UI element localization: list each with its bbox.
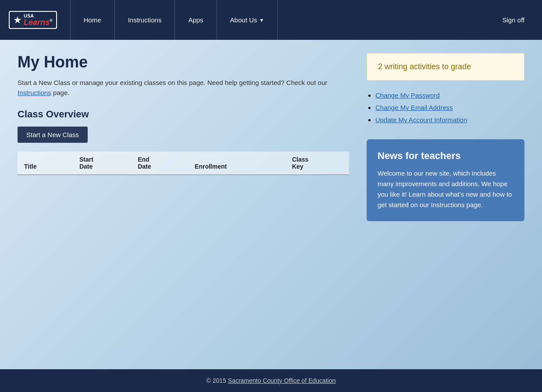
nav-item-instructions[interactable]: Instructions — [115, 0, 175, 40]
star-icon: ★ — [13, 14, 22, 26]
grading-box: 2 writing activities to grade — [367, 53, 524, 81]
grading-text: 2 writing activities to grade — [378, 62, 471, 71]
news-title: News for teachers — [378, 150, 513, 162]
navbar: ★ USA Learns® Home Instructions Apps Abo… — [0, 0, 542, 40]
class-table: Title StartDate EndDate Enrollment Class… — [18, 152, 349, 175]
change-password-link[interactable]: Change My Password — [375, 92, 440, 99]
chevron-down-icon: ▼ — [259, 18, 264, 23]
nav-item-home[interactable]: Home — [70, 0, 115, 40]
update-account-link[interactable]: Update My Account Information — [375, 116, 467, 124]
right-column: 2 writing activities to grade Change My … — [367, 53, 524, 356]
col-enrollment: Enrollment — [188, 152, 285, 175]
logo-learns: Learns® — [24, 18, 53, 26]
nav-links: Home Instructions Apps About Us ▼ — [70, 0, 494, 40]
col-start-date: StartDate — [73, 152, 131, 175]
start-new-class-button[interactable]: Start a New Class — [18, 127, 88, 143]
main-content: My Home Start a New Class or manage your… — [0, 40, 542, 369]
instructions-link[interactable]: Instructions — [18, 89, 51, 96]
sign-off-button[interactable]: Sign off — [493, 16, 533, 24]
section-title: Class Overview — [18, 109, 349, 120]
logo: ★ USA Learns® — [9, 11, 57, 29]
change-email-link[interactable]: Change My Email Address — [375, 104, 453, 111]
list-item-update-account: Update My Account Information — [375, 116, 524, 124]
news-box: News for teachers Welcome to our new sit… — [367, 139, 524, 221]
list-item-change-email: Change My Email Address — [375, 104, 524, 112]
nav-item-about-us[interactable]: About Us ▼ — [217, 0, 278, 40]
footer-text: © 2015 — [207, 377, 226, 384]
list-item-change-password: Change My Password — [375, 92, 524, 99]
footer: © 2015 Sacramento County Office of Educa… — [0, 369, 542, 392]
col-end-date: EndDate — [131, 152, 188, 175]
col-class-key: ClassKey — [285, 152, 349, 175]
account-links-section: Change My Password Change My Email Addre… — [367, 89, 524, 131]
page-description: Start a New Class or manage your existin… — [18, 78, 349, 98]
footer-link[interactable]: Sacramento County Office of Education — [228, 377, 336, 384]
page-title: My Home — [18, 53, 349, 71]
left-column: My Home Start a New Class or manage your… — [18, 53, 349, 356]
col-title: Title — [18, 152, 73, 175]
nav-item-apps[interactable]: Apps — [175, 0, 217, 40]
news-body: Welcome to our new site, which includes … — [378, 168, 513, 210]
